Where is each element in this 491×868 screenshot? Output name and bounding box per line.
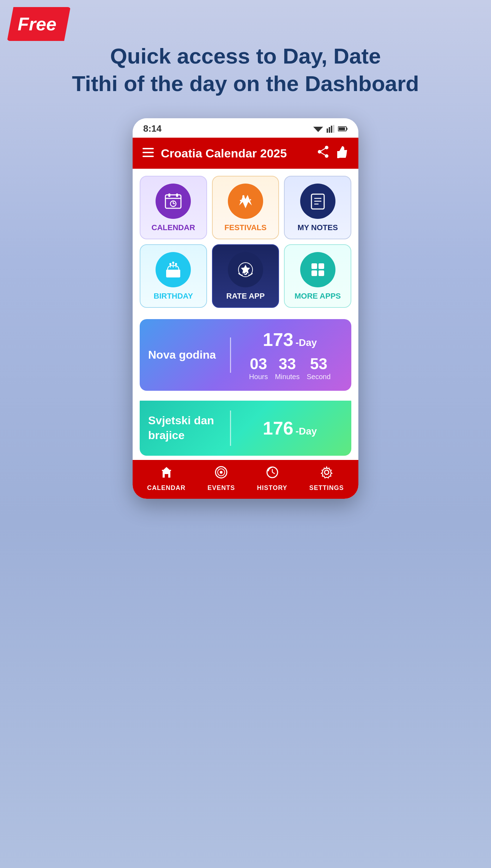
svg-point-37 xyxy=(172,262,174,264)
countdown-1: Nova godina 173 -Day 03 Hours 33 Minutes xyxy=(140,319,351,391)
event-1-name: Nova godina xyxy=(148,348,224,363)
nav-events-label: EVENTS xyxy=(207,484,235,492)
svg-point-25 xyxy=(240,200,241,201)
more-icon-circle xyxy=(300,252,335,287)
nav-events[interactable]: EVENTS xyxy=(207,466,235,492)
svg-rect-19 xyxy=(176,193,178,197)
nav-history-label: HISTORY xyxy=(257,484,287,492)
seconds-num: 53 xyxy=(310,355,327,373)
svg-point-36 xyxy=(169,263,171,265)
seconds-unit: 53 Second xyxy=(307,355,331,381)
grid-item-notes[interactable]: MY NOTES xyxy=(284,176,351,239)
svg-rect-6 xyxy=(346,128,347,130)
nav-history[interactable]: HISTORY xyxy=(257,466,287,492)
svg-point-26 xyxy=(250,199,251,200)
event-2-name: Svjetski dan brajice xyxy=(148,413,224,443)
svg-rect-10 xyxy=(143,156,154,157)
hamburger-icon[interactable] xyxy=(143,147,154,160)
seconds-label: Second xyxy=(307,373,331,381)
hours-num: 03 xyxy=(250,355,267,373)
status-time: 8:14 xyxy=(143,123,162,134)
svg-point-24 xyxy=(247,197,248,199)
svg-rect-50 xyxy=(224,468,226,469)
nav-settings[interactable]: SETTINGS xyxy=(309,466,344,492)
svg-rect-8 xyxy=(143,148,154,149)
hours-label: Hours xyxy=(249,373,268,381)
svg-rect-43 xyxy=(311,270,317,276)
divider-1 xyxy=(230,337,231,373)
svg-rect-7 xyxy=(339,127,345,130)
festivals-label: FESTIVALS xyxy=(224,223,266,232)
svg-rect-1 xyxy=(327,128,328,133)
minutes-unit: 33 Minutes xyxy=(275,355,299,381)
svg-point-48 xyxy=(220,471,223,474)
day-num-1: 173 xyxy=(263,329,293,350)
svg-rect-2 xyxy=(329,127,330,133)
status-bar: 8:14 xyxy=(133,118,358,138)
svg-line-53 xyxy=(272,472,275,474)
countdown-1-right: 173 -Day 03 Hours 33 Minutes 53 Second xyxy=(237,329,343,381)
like-button[interactable] xyxy=(336,145,348,161)
svg-line-14 xyxy=(320,148,327,152)
grid-item-more[interactable]: MORE APPS xyxy=(284,244,351,308)
grid-item-calendar[interactable]: Calendar xyxy=(140,176,207,239)
svg-rect-32 xyxy=(166,270,180,272)
nav-settings-label: SETTINGS xyxy=(309,484,344,492)
countdown-2-right: 176 -Day xyxy=(237,418,343,439)
minutes-num: 33 xyxy=(279,355,296,373)
wifi-icon xyxy=(313,125,323,133)
minutes-label: Minutes xyxy=(275,373,299,381)
status-icons xyxy=(313,125,348,133)
notes-label: MY NOTES xyxy=(297,223,338,232)
app-title: Croatia Calendar 2025 xyxy=(161,146,287,160)
svg-point-23 xyxy=(242,195,244,197)
countdown-2: Svjetski dan brajice 176 -Day xyxy=(140,395,351,456)
bottom-nav: CALENDAR EVENTS xyxy=(133,460,358,499)
signal-icon xyxy=(327,125,334,133)
birthday-icon-circle xyxy=(156,252,191,287)
svg-rect-4 xyxy=(333,125,334,133)
svg-rect-41 xyxy=(311,263,317,269)
calendar-icon-circle xyxy=(156,184,191,219)
rate-icon-circle xyxy=(228,252,263,287)
day-label-1: -Day xyxy=(296,337,317,348)
divider-2 xyxy=(230,411,231,446)
svg-line-15 xyxy=(320,152,327,156)
nav-calendar-label: CALENDAR xyxy=(147,484,186,492)
svg-rect-9 xyxy=(143,152,154,153)
svg-point-38 xyxy=(175,263,177,265)
svg-rect-45 xyxy=(162,470,171,471)
free-badge: Free xyxy=(7,7,71,41)
nav-events-icon xyxy=(214,466,228,482)
time-row-1: 03 Hours 33 Minutes 53 Second xyxy=(237,355,343,381)
nav-calendar[interactable]: CALENDAR xyxy=(147,466,186,492)
grid-item-rate[interactable]: Rate app xyxy=(212,244,279,308)
svg-point-55 xyxy=(325,470,329,474)
birthday-label: BIRTHDAY xyxy=(154,292,193,301)
phone-mockup: 8:14 xyxy=(133,118,358,499)
day-count-1: 173 -Day xyxy=(263,329,317,350)
more-label: MORE APPS xyxy=(295,292,341,301)
nav-calendar-icon xyxy=(160,466,173,482)
app-header: Croatia Calendar 2025 xyxy=(133,138,358,169)
nav-history-icon xyxy=(266,466,279,482)
grid-item-birthday[interactable]: BIRTHDAY xyxy=(140,244,207,308)
nav-settings-icon xyxy=(320,466,333,482)
day-count-2: 176 -Day xyxy=(263,418,317,439)
svg-rect-49 xyxy=(217,468,218,469)
notes-icon-circle xyxy=(300,184,335,219)
svg-rect-44 xyxy=(319,270,324,276)
svg-marker-0 xyxy=(313,127,323,132)
calendar-label: Calendar xyxy=(152,223,195,232)
svg-rect-3 xyxy=(331,126,332,133)
grid-item-festivals[interactable]: FESTIVALS xyxy=(212,176,279,239)
hours-unit: 03 Hours xyxy=(249,355,268,381)
share-button[interactable] xyxy=(317,145,329,161)
svg-rect-18 xyxy=(168,193,170,197)
festivals-icon-circle xyxy=(228,184,263,219)
battery-icon xyxy=(338,126,348,132)
rate-label: Rate app xyxy=(226,292,265,301)
day-num-2: 176 xyxy=(263,418,293,439)
app-grid: Calendar FESTIVALS xyxy=(133,169,358,315)
svg-rect-42 xyxy=(319,263,324,269)
